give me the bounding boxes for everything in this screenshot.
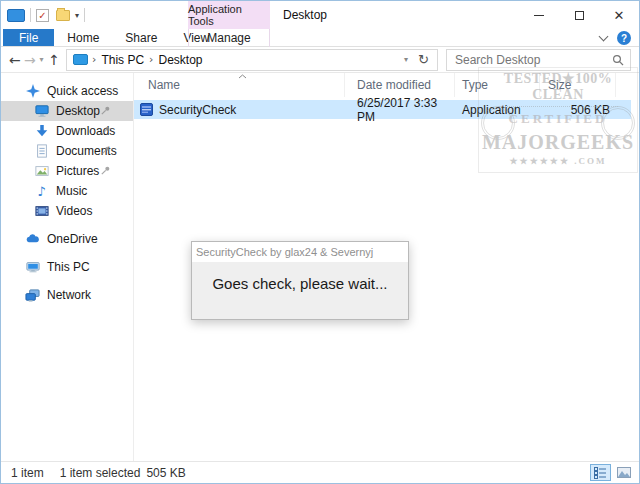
expand-ribbon-icon[interactable] — [599, 31, 609, 41]
quick-access-toolbar: ✓ ▾ — [7, 1, 90, 29]
this-pc-icon — [25, 260, 40, 275]
minimize-icon — [534, 15, 544, 16]
downloads-icon — [34, 124, 49, 139]
address-bar: ← → ▾ ↑ › This PC › Desktop ▾ ↻ — [1, 47, 639, 73]
sidebar-item-quick-access[interactable]: Quick access — [1, 81, 133, 101]
pictures-icon — [34, 164, 49, 179]
sidebar-item-videos[interactable]: Videos — [1, 201, 133, 221]
tab-manage[interactable]: Manage — [188, 29, 270, 47]
explorer-icon — [7, 9, 25, 22]
help-icon[interactable]: ? — [617, 31, 631, 45]
file-date-modified: 6/25/2017 3:33 PM — [345, 96, 455, 124]
ribbon-tab-row: File Home Share View Manage ? — [1, 29, 639, 47]
divider — [84, 8, 85, 22]
pin-icon — [100, 105, 111, 116]
close-icon: ✕ — [614, 9, 625, 22]
sidebar-item-pictures[interactable]: Pictures — [1, 161, 133, 181]
breadcrumb-desktop[interactable]: Desktop — [154, 53, 208, 67]
new-folder-icon[interactable] — [56, 10, 70, 21]
videos-icon — [34, 204, 49, 219]
selection-size: 505 KB — [146, 466, 185, 480]
tab-file[interactable]: File — [3, 29, 54, 46]
onedrive-cloud-icon — [25, 232, 40, 247]
explorer-window: ✓ ▾ Application Tools Desktop ✕ File Hom… — [0, 0, 640, 484]
sidebar-item-music[interactable]: ♪ Music — [1, 181, 133, 201]
dialog-message: Goes check, please wait... — [192, 262, 408, 292]
sidebar-item-network[interactable]: Network — [1, 285, 133, 305]
status-bar: 1 item 1 item selected 505 KB — [1, 461, 639, 483]
quick-access-star-icon — [25, 84, 40, 99]
documents-icon — [34, 144, 49, 159]
table-row[interactable]: SecurityCheck 6/25/2017 3:33 PM Applicat… — [134, 100, 631, 119]
sidebar-item-desktop[interactable]: Desktop — [1, 101, 133, 121]
dialog-title: SecurityCheck by glax24 & Severnyj — [192, 242, 408, 262]
column-header-date-modified[interactable]: Date modified — [345, 73, 455, 97]
details-view-button[interactable] — [590, 464, 611, 481]
navigation-pane: Quick access Desktop Downloads — [1, 73, 134, 463]
tab-home[interactable]: Home — [54, 29, 112, 46]
file-name: SecurityCheck — [159, 103, 236, 117]
close-button[interactable]: ✕ — [599, 1, 639, 29]
address-dropdown-icon[interactable]: ▾ — [398, 55, 414, 64]
title-bar: ✓ ▾ Application Tools Desktop ✕ — [1, 1, 639, 29]
column-header-size[interactable]: Size — [540, 73, 616, 97]
file-type: Application — [455, 103, 540, 117]
large-icons-view-button[interactable] — [613, 464, 634, 481]
pin-icon — [100, 145, 111, 156]
details-view-icon — [594, 467, 607, 479]
customize-toolbar-icon[interactable]: ▾ — [75, 11, 79, 20]
search-icon — [612, 54, 624, 66]
network-icon — [25, 288, 40, 303]
securitycheck-dialog[interactable]: SecurityCheck by glax24 & Severnyj Goes … — [191, 241, 409, 320]
forward-icon[interactable]: → — [23, 52, 37, 68]
column-header-type[interactable]: Type — [455, 73, 540, 97]
selection-count: 1 item selected — [60, 466, 141, 480]
file-size: 506 KB — [540, 103, 616, 117]
column-header-name[interactable]: Name — [134, 73, 345, 97]
securitycheck-app-icon — [140, 103, 153, 116]
pin-icon — [100, 165, 111, 176]
breadcrumb-this-pc[interactable]: This PC — [96, 53, 149, 67]
refresh-icon[interactable]: ↻ — [414, 52, 433, 67]
search-input[interactable] — [453, 52, 612, 68]
desktop-location-icon — [73, 54, 88, 65]
breadcrumb[interactable]: › This PC › Desktop ▾ ↻ — [66, 49, 438, 71]
sidebar-item-this-pc[interactable]: This PC — [1, 257, 133, 277]
sidebar-item-downloads[interactable]: Downloads — [1, 121, 133, 141]
maximize-button[interactable] — [559, 1, 599, 29]
contextual-tab-group: Application Tools — [188, 1, 270, 29]
properties-icon[interactable]: ✓ — [36, 9, 49, 22]
column-headers: Name Date modified Type Size — [134, 73, 639, 97]
sidebar-item-documents[interactable]: Documents — [1, 141, 133, 161]
desktop-icon — [34, 104, 49, 119]
window-title: Desktop — [283, 1, 327, 29]
sidebar-item-onedrive[interactable]: OneDrive — [1, 229, 133, 249]
large-icons-view-icon — [617, 467, 631, 478]
tab-share[interactable]: Share — [112, 29, 170, 46]
maximize-icon — [575, 11, 584, 20]
pin-icon — [100, 125, 111, 136]
up-icon[interactable]: ↑ — [46, 52, 62, 68]
back-icon[interactable]: ← — [7, 52, 23, 68]
music-icon: ♪ — [34, 184, 49, 199]
divider — [30, 8, 31, 22]
sort-ascending-icon — [238, 74, 247, 79]
search-box[interactable] — [446, 49, 631, 71]
minimize-button[interactable] — [519, 1, 559, 29]
recent-locations-icon[interactable]: ▾ — [37, 55, 46, 64]
item-count: 1 item — [11, 466, 44, 480]
